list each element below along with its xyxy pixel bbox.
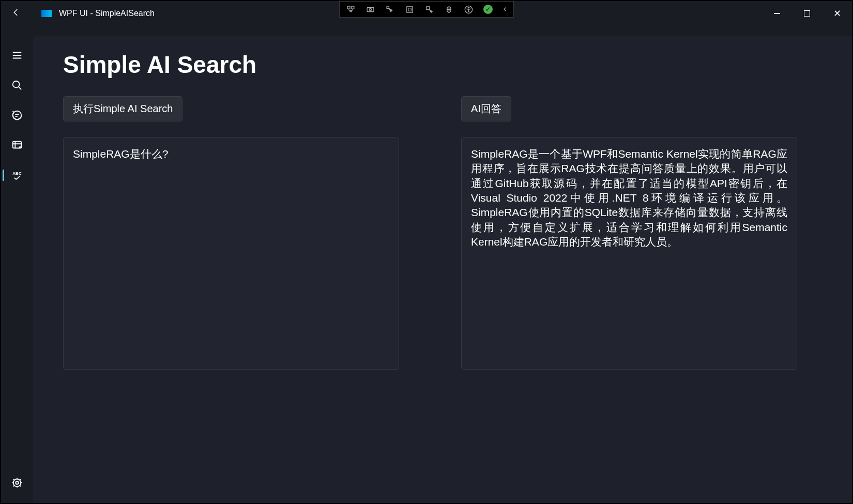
collapse-icon[interactable] [498, 2, 512, 17]
svg-point-4 [369, 8, 371, 10]
sidebar-hamburger[interactable] [1, 40, 33, 70]
sidebar-data[interactable] [1, 130, 33, 160]
sidebar: ABC [1, 26, 33, 503]
svg-rect-0 [347, 6, 350, 9]
sidebar-settings[interactable] [1, 468, 33, 498]
page-title: Simple AI Search [63, 51, 822, 79]
track-focus-icon[interactable] [419, 2, 439, 17]
live-visual-tree-icon[interactable] [341, 2, 360, 17]
display-layout-icon[interactable] [400, 2, 419, 17]
content-area: Simple AI Search 执行Simple AI Search Simp… [33, 36, 852, 503]
svg-rect-3 [367, 7, 374, 12]
maximize-button[interactable] [792, 1, 822, 26]
execute-search-button[interactable]: 执行Simple AI Search [63, 96, 182, 121]
window-controls: ✕ [762, 1, 852, 26]
minimize-button[interactable] [762, 1, 792, 26]
window-title: WPF UI - SimpleAISearch [59, 9, 155, 18]
ai-answer-button[interactable]: AI回答 [461, 96, 511, 121]
svg-point-11 [13, 111, 22, 120]
svg-point-13 [16, 481, 19, 484]
debug-toolbar: ✓ [339, 1, 514, 18]
svg-rect-2 [350, 10, 352, 11]
app-icon [41, 10, 52, 17]
sidebar-abc-check[interactable]: ABC [1, 160, 33, 190]
svg-rect-6 [408, 8, 411, 11]
check-icon[interactable]: ✓ [478, 2, 498, 17]
answer-output: SimpleRAG是一个基于WPF和Semantic Kernel实现的简单RA… [461, 137, 797, 370]
accessibility-icon[interactable] [459, 2, 478, 17]
title-bar: WPF UI - SimpleAISearch [1, 1, 852, 26]
close-button[interactable]: ✕ [822, 1, 852, 26]
back-button[interactable] [11, 8, 21, 20]
svg-rect-7 [426, 6, 429, 9]
svg-point-10 [13, 81, 20, 88]
svg-point-14 [13, 479, 21, 487]
search-input[interactable]: SimpleRAG是什么? [63, 137, 399, 370]
sidebar-chat[interactable] [1, 100, 33, 130]
sidebar-search[interactable] [1, 70, 33, 100]
hot-reload-icon[interactable] [360, 2, 380, 17]
svg-point-9 [468, 7, 469, 8]
svg-rect-5 [406, 6, 412, 12]
svg-rect-1 [351, 6, 354, 9]
select-element-icon[interactable] [380, 2, 400, 17]
xaml-binding-icon[interactable] [439, 2, 459, 17]
